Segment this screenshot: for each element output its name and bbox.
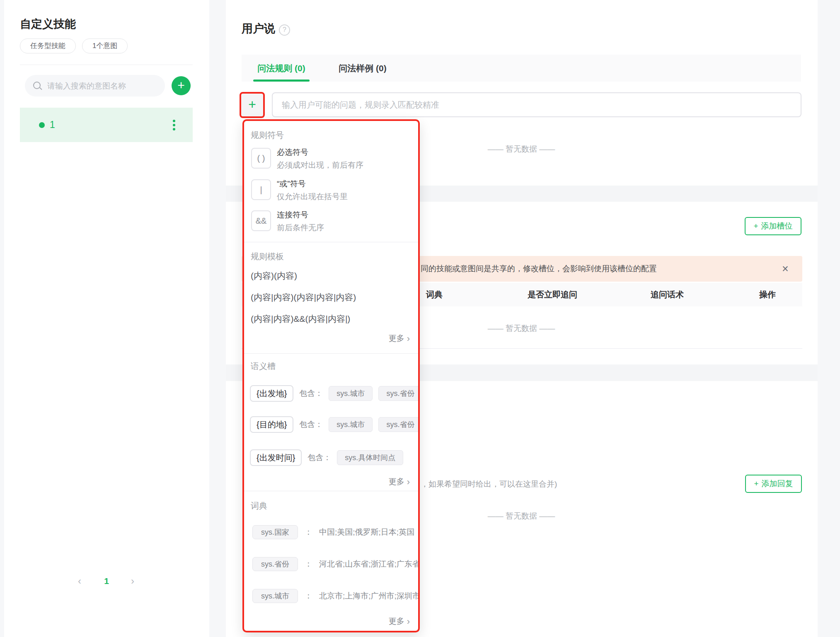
tab-sample[interactable]: 问法样例 (0) (327, 55, 398, 82)
active-tab-underline (253, 80, 310, 82)
dict-values: 河北省;山东省;浙江省;广东省 (319, 559, 420, 569)
symbol-badge: ( ) (251, 148, 271, 169)
slot-name-badge: {目的地} (250, 416, 293, 433)
slot-name-badge: {出发地} (250, 385, 293, 402)
plus-icon: + (754, 479, 758, 488)
plus-icon: + (753, 222, 758, 231)
templates-heading: 规则模板 (251, 251, 284, 262)
more-label: 更多 (389, 616, 404, 627)
more-label: 更多 (389, 333, 404, 344)
symbol-desc: 前后条件无序 (277, 222, 324, 233)
help-icon[interactable]: ? (279, 24, 290, 36)
rule-input[interactable] (272, 92, 801, 117)
slot-dict-pill[interactable]: sys.省份 (378, 417, 420, 432)
slots-more-link[interactable]: 更多 › (389, 476, 410, 487)
slot-dict-pill[interactable]: sys.省份 (378, 386, 420, 401)
template-row[interactable]: (内容|内容)&&(内容|内容|) (251, 313, 350, 325)
app-canvas: 自定义技能 任务型技能 1个意图 + 1 ‹ 1 › 用户说 ? 问法规则 (0… (0, 0, 840, 637)
sidebar: 自定义技能 任务型技能 1个意图 + 1 ‹ 1 › (4, 0, 209, 637)
slot-contains-label: 包含： (299, 419, 323, 430)
dict-name-pill: sys.省份 (252, 557, 298, 571)
slot-contains-label: 包含： (307, 452, 331, 463)
template-row[interactable]: (内容)(内容) (251, 270, 297, 282)
symbol-title[interactable]: “或”符号 (277, 179, 306, 189)
intent-status-dot (39, 122, 45, 128)
col-ask-now: 是否立即追问 (528, 283, 577, 306)
symbol-desc: 仅允许出现在括号里 (277, 191, 348, 202)
search-icon (33, 82, 41, 89)
dict-name-pill: sys.国家 (252, 525, 298, 539)
chevron-right-icon: › (407, 618, 410, 625)
symbol-title[interactable]: 连接符号 (277, 210, 308, 220)
slots-heading: 语义槽 (251, 361, 276, 372)
dict-values: 北京市;上海市;广州市;深圳市 (319, 591, 420, 601)
user-says-title: 用户说 (242, 21, 275, 36)
slot-row[interactable]: {出发时间} 包含： sys.具体时间点 (250, 449, 403, 466)
rule-helper-dropdown: 规则符号 ( ) 必选符号 必须成对出现，前后有序 | “或”符号 仅允许出现在… (242, 119, 420, 632)
dropdown-divider (244, 353, 418, 354)
pagination-next[interactable]: › (128, 575, 138, 587)
search-input[interactable] (46, 75, 160, 97)
tab-rule[interactable]: 问法规则 (0) (253, 55, 310, 82)
intent-count-tag: 1个意图 (82, 39, 128, 53)
pagination-page[interactable]: 1 (102, 575, 111, 587)
slot-dict-pill[interactable]: sys.具体时间点 (337, 450, 403, 465)
plus-icon: + (177, 78, 185, 92)
col-actions: 操作 (759, 283, 776, 306)
slot-row[interactable]: {出发地} 包含： sys.城市 sys.省份 (250, 385, 420, 402)
dict-separator: ： (305, 559, 312, 569)
chevron-right-icon: › (407, 478, 410, 486)
symbols-heading: 规则符号 (251, 130, 284, 141)
add-rule-button[interactable]: + (240, 92, 265, 118)
notice-text: 同的技能或意图间是共享的，修改槽位，会影响到使用该槽位的配置 (421, 256, 657, 282)
symbol-badge: | (251, 179, 271, 200)
add-slot-button[interactable]: + 添加槽位 (745, 217, 801, 235)
slot-row[interactable]: {目的地} 包含： sys.城市 sys.省份 (250, 416, 420, 433)
more-label: 更多 (389, 476, 404, 487)
dicts-heading: 词典 (251, 500, 267, 512)
dict-row[interactable]: sys.城市 ： 北京市;上海市;广州市;深圳市 (252, 589, 420, 603)
skill-type-tag: 任务型技能 (20, 39, 76, 53)
chevron-right-icon: › (407, 335, 410, 343)
add-reply-button[interactable]: + 添加回复 (745, 475, 802, 493)
templates-more-link[interactable]: 更多 › (389, 333, 410, 344)
symbol-title[interactable]: 必选符号 (277, 147, 308, 158)
dropdown-divider (244, 242, 418, 242)
dict-row[interactable]: sys.省份 ： 河北省;山东省;浙江省;广东省 (252, 557, 420, 571)
sidebar-title: 自定义技能 (20, 17, 76, 31)
slot-dict-pill[interactable]: sys.城市 (329, 386, 373, 401)
intent-search (25, 75, 165, 97)
close-icon[interactable]: × (779, 256, 792, 282)
intent-list-item[interactable]: 1 (20, 108, 193, 142)
dropdown-divider (244, 491, 418, 491)
dict-separator: ： (305, 591, 312, 601)
col-dict: 词典 (426, 283, 443, 306)
user-says-tabbar: 问法规则 (0) 问法样例 (0) (242, 55, 801, 82)
pagination-prev[interactable]: ‹ (75, 575, 85, 587)
symbol-badge: && (251, 210, 271, 231)
kebab-menu-icon[interactable] (171, 118, 177, 132)
template-row[interactable]: (内容|内容)(内容|内容|内容) (251, 292, 356, 303)
slot-name-badge: {出发时间} (250, 449, 302, 466)
add-slot-label: 添加槽位 (761, 221, 793, 232)
slot-contains-label: 包含： (299, 388, 323, 399)
col-ask-phrase: 追问话术 (651, 283, 684, 306)
slot-dict-pill[interactable]: sys.城市 (329, 417, 373, 432)
symbol-desc: 必须成对出现，前后有序 (277, 160, 363, 171)
add-intent-button[interactable]: + (172, 76, 191, 95)
dict-row[interactable]: sys.国家 ： 中国;美国;俄罗斯;日本;英国 (252, 525, 414, 539)
dict-separator: ： (305, 527, 312, 538)
plus-icon: + (248, 97, 256, 112)
dict-name-pill: sys.城市 (252, 589, 298, 603)
intent-name: 1 (50, 119, 55, 130)
sidebar-divider (20, 65, 193, 65)
add-reply-label: 添加回复 (762, 478, 793, 489)
dicts-more-link[interactable]: 更多 › (389, 616, 410, 627)
dict-values: 中国;美国;俄罗斯;日本;英国 (319, 527, 414, 538)
